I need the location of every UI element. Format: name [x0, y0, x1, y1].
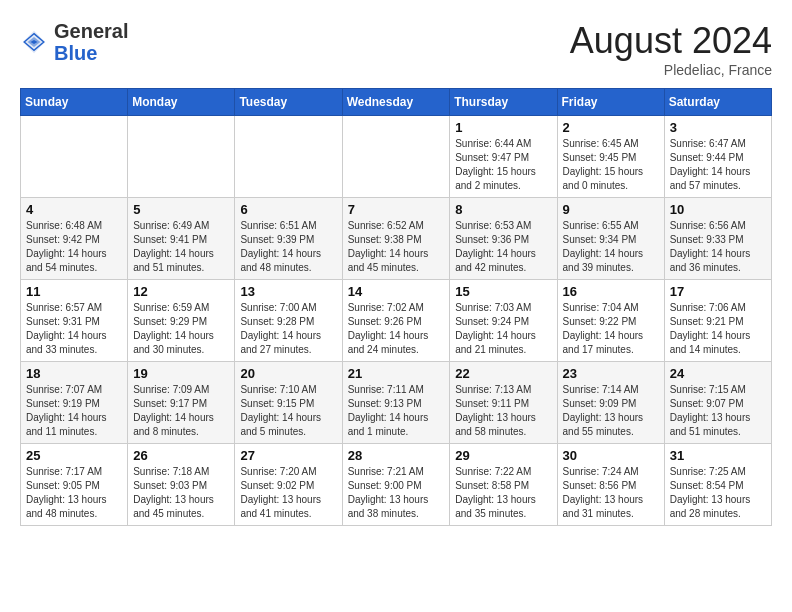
- logo-text: General Blue: [54, 20, 128, 64]
- page-header: General Blue August 2024 Pledeliac, Fran…: [20, 20, 772, 78]
- calendar-cell: 16Sunrise: 7:04 AM Sunset: 9:22 PM Dayli…: [557, 280, 664, 362]
- calendar-cell: 29Sunrise: 7:22 AM Sunset: 8:58 PM Dayli…: [450, 444, 557, 526]
- day-number: 4: [26, 202, 122, 217]
- day-info: Sunrise: 7:07 AM Sunset: 9:19 PM Dayligh…: [26, 383, 122, 439]
- title-block: August 2024 Pledeliac, France: [570, 20, 772, 78]
- calendar-cell: 14Sunrise: 7:02 AM Sunset: 9:26 PM Dayli…: [342, 280, 450, 362]
- calendar-cell: 4Sunrise: 6:48 AM Sunset: 9:42 PM Daylig…: [21, 198, 128, 280]
- calendar-cell: [21, 116, 128, 198]
- day-info: Sunrise: 7:18 AM Sunset: 9:03 PM Dayligh…: [133, 465, 229, 521]
- calendar-cell: 8Sunrise: 6:53 AM Sunset: 9:36 PM Daylig…: [450, 198, 557, 280]
- day-number: 28: [348, 448, 445, 463]
- calendar-cell: 19Sunrise: 7:09 AM Sunset: 9:17 PM Dayli…: [128, 362, 235, 444]
- day-info: Sunrise: 7:15 AM Sunset: 9:07 PM Dayligh…: [670, 383, 766, 439]
- day-number: 24: [670, 366, 766, 381]
- day-of-week-header: Monday: [128, 89, 235, 116]
- day-info: Sunrise: 6:47 AM Sunset: 9:44 PM Dayligh…: [670, 137, 766, 193]
- day-info: Sunrise: 7:06 AM Sunset: 9:21 PM Dayligh…: [670, 301, 766, 357]
- calendar-cell: 18Sunrise: 7:07 AM Sunset: 9:19 PM Dayli…: [21, 362, 128, 444]
- calendar-cell: 27Sunrise: 7:20 AM Sunset: 9:02 PM Dayli…: [235, 444, 342, 526]
- day-of-week-header: Friday: [557, 89, 664, 116]
- calendar-cell: 10Sunrise: 6:56 AM Sunset: 9:33 PM Dayli…: [664, 198, 771, 280]
- calendar-cell: 9Sunrise: 6:55 AM Sunset: 9:34 PM Daylig…: [557, 198, 664, 280]
- day-number: 19: [133, 366, 229, 381]
- day-info: Sunrise: 6:52 AM Sunset: 9:38 PM Dayligh…: [348, 219, 445, 275]
- calendar-cell: 7Sunrise: 6:52 AM Sunset: 9:38 PM Daylig…: [342, 198, 450, 280]
- day-number: 2: [563, 120, 659, 135]
- day-number: 7: [348, 202, 445, 217]
- day-info: Sunrise: 7:04 AM Sunset: 9:22 PM Dayligh…: [563, 301, 659, 357]
- calendar-cell: 15Sunrise: 7:03 AM Sunset: 9:24 PM Dayli…: [450, 280, 557, 362]
- logo: General Blue: [20, 20, 128, 64]
- calendar-cell: 17Sunrise: 7:06 AM Sunset: 9:21 PM Dayli…: [664, 280, 771, 362]
- day-number: 16: [563, 284, 659, 299]
- day-number: 5: [133, 202, 229, 217]
- day-info: Sunrise: 6:48 AM Sunset: 9:42 PM Dayligh…: [26, 219, 122, 275]
- calendar-cell: 20Sunrise: 7:10 AM Sunset: 9:15 PM Dayli…: [235, 362, 342, 444]
- day-info: Sunrise: 7:20 AM Sunset: 9:02 PM Dayligh…: [240, 465, 336, 521]
- calendar-cell: 28Sunrise: 7:21 AM Sunset: 9:00 PM Dayli…: [342, 444, 450, 526]
- calendar-cell: 30Sunrise: 7:24 AM Sunset: 8:56 PM Dayli…: [557, 444, 664, 526]
- day-number: 20: [240, 366, 336, 381]
- calendar-cell: [235, 116, 342, 198]
- month-year: August 2024: [570, 20, 772, 62]
- day-number: 15: [455, 284, 551, 299]
- calendar-body: 1Sunrise: 6:44 AM Sunset: 9:47 PM Daylig…: [21, 116, 772, 526]
- day-info: Sunrise: 6:49 AM Sunset: 9:41 PM Dayligh…: [133, 219, 229, 275]
- day-of-week-header: Sunday: [21, 89, 128, 116]
- day-info: Sunrise: 6:59 AM Sunset: 9:29 PM Dayligh…: [133, 301, 229, 357]
- day-of-week-header: Wednesday: [342, 89, 450, 116]
- day-number: 23: [563, 366, 659, 381]
- logo-icon: [20, 28, 48, 56]
- day-info: Sunrise: 7:17 AM Sunset: 9:05 PM Dayligh…: [26, 465, 122, 521]
- day-number: 17: [670, 284, 766, 299]
- calendar-cell: [128, 116, 235, 198]
- calendar-cell: 21Sunrise: 7:11 AM Sunset: 9:13 PM Dayli…: [342, 362, 450, 444]
- calendar-cell: 26Sunrise: 7:18 AM Sunset: 9:03 PM Dayli…: [128, 444, 235, 526]
- day-info: Sunrise: 6:44 AM Sunset: 9:47 PM Dayligh…: [455, 137, 551, 193]
- day-number: 6: [240, 202, 336, 217]
- day-info: Sunrise: 7:24 AM Sunset: 8:56 PM Dayligh…: [563, 465, 659, 521]
- day-info: Sunrise: 6:56 AM Sunset: 9:33 PM Dayligh…: [670, 219, 766, 275]
- day-number: 30: [563, 448, 659, 463]
- calendar-cell: 31Sunrise: 7:25 AM Sunset: 8:54 PM Dayli…: [664, 444, 771, 526]
- day-number: 22: [455, 366, 551, 381]
- day-number: 18: [26, 366, 122, 381]
- calendar-cell: 5Sunrise: 6:49 AM Sunset: 9:41 PM Daylig…: [128, 198, 235, 280]
- day-number: 25: [26, 448, 122, 463]
- day-info: Sunrise: 6:55 AM Sunset: 9:34 PM Dayligh…: [563, 219, 659, 275]
- day-info: Sunrise: 7:13 AM Sunset: 9:11 PM Dayligh…: [455, 383, 551, 439]
- day-number: 26: [133, 448, 229, 463]
- day-info: Sunrise: 7:03 AM Sunset: 9:24 PM Dayligh…: [455, 301, 551, 357]
- day-info: Sunrise: 7:22 AM Sunset: 8:58 PM Dayligh…: [455, 465, 551, 521]
- day-number: 8: [455, 202, 551, 217]
- day-number: 1: [455, 120, 551, 135]
- calendar-cell: 22Sunrise: 7:13 AM Sunset: 9:11 PM Dayli…: [450, 362, 557, 444]
- day-number: 14: [348, 284, 445, 299]
- day-info: Sunrise: 7:11 AM Sunset: 9:13 PM Dayligh…: [348, 383, 445, 439]
- day-number: 13: [240, 284, 336, 299]
- calendar-cell: 25Sunrise: 7:17 AM Sunset: 9:05 PM Dayli…: [21, 444, 128, 526]
- day-number: 31: [670, 448, 766, 463]
- calendar-cell: 24Sunrise: 7:15 AM Sunset: 9:07 PM Dayli…: [664, 362, 771, 444]
- day-number: 27: [240, 448, 336, 463]
- location: Pledeliac, France: [570, 62, 772, 78]
- day-info: Sunrise: 6:53 AM Sunset: 9:36 PM Dayligh…: [455, 219, 551, 275]
- calendar: SundayMondayTuesdayWednesdayThursdayFrid…: [20, 88, 772, 526]
- calendar-cell: 3Sunrise: 6:47 AM Sunset: 9:44 PM Daylig…: [664, 116, 771, 198]
- day-number: 21: [348, 366, 445, 381]
- day-info: Sunrise: 7:21 AM Sunset: 9:00 PM Dayligh…: [348, 465, 445, 521]
- calendar-cell: 2Sunrise: 6:45 AM Sunset: 9:45 PM Daylig…: [557, 116, 664, 198]
- day-info: Sunrise: 7:09 AM Sunset: 9:17 PM Dayligh…: [133, 383, 229, 439]
- day-info: Sunrise: 7:14 AM Sunset: 9:09 PM Dayligh…: [563, 383, 659, 439]
- day-info: Sunrise: 6:51 AM Sunset: 9:39 PM Dayligh…: [240, 219, 336, 275]
- calendar-cell: 12Sunrise: 6:59 AM Sunset: 9:29 PM Dayli…: [128, 280, 235, 362]
- day-info: Sunrise: 7:00 AM Sunset: 9:28 PM Dayligh…: [240, 301, 336, 357]
- calendar-cell: 13Sunrise: 7:00 AM Sunset: 9:28 PM Dayli…: [235, 280, 342, 362]
- calendar-cell: 6Sunrise: 6:51 AM Sunset: 9:39 PM Daylig…: [235, 198, 342, 280]
- day-number: 3: [670, 120, 766, 135]
- calendar-cell: 23Sunrise: 7:14 AM Sunset: 9:09 PM Dayli…: [557, 362, 664, 444]
- day-info: Sunrise: 7:25 AM Sunset: 8:54 PM Dayligh…: [670, 465, 766, 521]
- day-info: Sunrise: 7:02 AM Sunset: 9:26 PM Dayligh…: [348, 301, 445, 357]
- day-number: 12: [133, 284, 229, 299]
